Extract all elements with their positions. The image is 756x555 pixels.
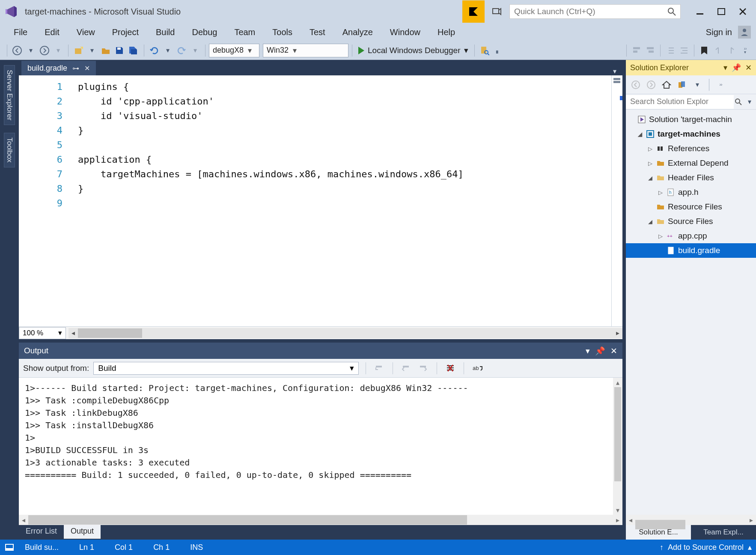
bookmark-button[interactable] bbox=[698, 44, 711, 57]
zoom-combo[interactable]: 100 %▾ bbox=[19, 327, 66, 339]
document-tab-build-gradle[interactable]: build.gradle ⊶ ✕ bbox=[21, 61, 96, 75]
toolbar-overflow-2[interactable]: ››▾ bbox=[739, 44, 752, 57]
menu-test[interactable]: Test bbox=[301, 25, 334, 40]
tree-app-cpp[interactable]: ▷++app.cpp bbox=[626, 229, 756, 243]
code-content[interactable]: plugins { id 'cpp-application' id 'visua… bbox=[70, 75, 611, 326]
goto-message-button[interactable] bbox=[373, 361, 386, 375]
se-home-button[interactable] bbox=[660, 78, 673, 92]
prev-bookmark-button[interactable] bbox=[711, 44, 724, 57]
start-debugging-button[interactable]: Local Windows Debugger ▾ bbox=[356, 45, 471, 55]
output-source-combo[interactable]: Build▾ bbox=[93, 362, 359, 375]
close-icon[interactable]: ✕ bbox=[84, 64, 90, 72]
solution-tree[interactable]: Solution 'target-machin ◢target-machines… bbox=[626, 110, 756, 515]
tree-source-files[interactable]: ◢Source Files bbox=[626, 214, 756, 229]
menu-edit[interactable]: Edit bbox=[36, 25, 68, 40]
toolbox-tab[interactable]: Toolbox bbox=[4, 133, 15, 167]
tab-output[interactable]: Output bbox=[64, 525, 101, 539]
menu-team[interactable]: Team bbox=[226, 25, 264, 40]
scroll-down-icon[interactable]: ▾ bbox=[613, 505, 622, 515]
tree-references[interactable]: ▷References bbox=[626, 141, 756, 156]
status-source-control[interactable]: Add to Source Control bbox=[668, 543, 744, 552]
solution-config-combo[interactable]: debugX8▾ bbox=[209, 44, 259, 57]
menu-project[interactable]: Project bbox=[104, 25, 147, 40]
close-icon[interactable]: ✕ bbox=[745, 63, 752, 72]
sign-in[interactable]: Sign in bbox=[706, 26, 756, 39]
scroll-left-icon[interactable]: ◂ bbox=[68, 328, 78, 338]
menu-build[interactable]: Build bbox=[147, 25, 183, 40]
pin-icon[interactable]: ⊶ bbox=[72, 64, 79, 72]
solution-tree-scrollbar[interactable]: ◂ ▸ bbox=[626, 515, 756, 525]
search-icon[interactable] bbox=[734, 98, 743, 106]
se-sync-button[interactable] bbox=[676, 78, 688, 92]
tree-project-node[interactable]: ◢target-machines bbox=[626, 127, 756, 141]
close-button[interactable] bbox=[737, 6, 748, 17]
tree-external-deps[interactable]: ▷External Depend bbox=[626, 156, 756, 170]
open-file-button[interactable] bbox=[99, 44, 112, 57]
tab-error-list[interactable]: Error List bbox=[19, 525, 64, 539]
save-all-button[interactable] bbox=[127, 44, 140, 57]
editor-horizontal-scrollbar[interactable]: ◂ ▸ bbox=[68, 328, 622, 338]
nav-forward-dropdown[interactable]: ▾ bbox=[52, 44, 65, 57]
editor-vertical-scrollbar[interactable] bbox=[611, 75, 622, 326]
nav-forward-button[interactable] bbox=[38, 44, 51, 57]
close-icon[interactable]: ✕ bbox=[610, 346, 617, 356]
prev-message-button[interactable] bbox=[400, 361, 413, 375]
menu-window[interactable]: Window bbox=[381, 25, 429, 40]
tree-header-files[interactable]: ◢Header Files bbox=[626, 170, 756, 185]
avatar-icon[interactable] bbox=[738, 26, 751, 39]
menu-help[interactable]: Help bbox=[429, 25, 464, 40]
menu-view[interactable]: View bbox=[68, 25, 104, 40]
comment-button[interactable] bbox=[630, 44, 643, 57]
undo-dropdown[interactable]: ▾ bbox=[161, 44, 174, 57]
tree-build-gradle[interactable]: build.gradle bbox=[626, 243, 756, 258]
minimize-button[interactable] bbox=[694, 6, 705, 17]
se-back-button[interactable] bbox=[629, 78, 642, 92]
toolbar-overflow[interactable]: ▖ bbox=[492, 44, 505, 57]
new-project-dropdown[interactable]: ▾ bbox=[86, 44, 98, 57]
scroll-left-icon[interactable]: ◂ bbox=[626, 516, 635, 524]
document-tab-dropdown[interactable]: ▾ bbox=[607, 67, 622, 75]
menu-analyze[interactable]: Analyze bbox=[334, 25, 381, 40]
indent-right-button[interactable] bbox=[678, 44, 691, 57]
clear-output-button[interactable] bbox=[444, 361, 457, 375]
pin-icon[interactable]: 📌 bbox=[732, 63, 741, 72]
scroll-right-icon[interactable]: ▸ bbox=[613, 328, 622, 338]
scroll-up-icon[interactable]: ▴ bbox=[613, 378, 622, 387]
server-explorer-tab[interactable]: Server Explorer bbox=[4, 65, 15, 125]
solution-platform-combo[interactable]: Win32▾ bbox=[263, 44, 348, 57]
save-button[interactable] bbox=[113, 44, 126, 57]
se-overflow[interactable]: ›› bbox=[714, 78, 727, 92]
solution-explorer-header[interactable]: Solution Explorer ▾ 📌 ✕ bbox=[626, 60, 756, 75]
scroll-left-icon[interactable]: ◂ bbox=[19, 516, 28, 524]
output-horizontal-scrollbar[interactable]: ◂ ▸ bbox=[19, 515, 622, 525]
output-panel-header[interactable]: Output ▾ 📌 ✕ bbox=[19, 343, 622, 359]
menu-tools[interactable]: Tools bbox=[264, 25, 301, 40]
nav-back-button[interactable] bbox=[11, 44, 24, 57]
tree-solution-node[interactable]: Solution 'target-machin bbox=[626, 112, 756, 127]
feedback-flag-icon[interactable] bbox=[462, 0, 485, 23]
pin-icon[interactable]: 📌 bbox=[595, 346, 605, 356]
new-project-button[interactable] bbox=[72, 44, 85, 57]
publish-icon[interactable]: ↑ bbox=[660, 543, 664, 552]
next-message-button[interactable] bbox=[417, 361, 430, 375]
search-dropdown[interactable]: ▾ bbox=[743, 95, 756, 109]
tab-team-explorer[interactable]: Team Expl... bbox=[691, 525, 756, 540]
word-wrap-button[interactable]: ab bbox=[471, 361, 485, 375]
maximize-button[interactable] bbox=[716, 6, 727, 17]
quick-launch[interactable] bbox=[509, 4, 681, 19]
quick-launch-input[interactable] bbox=[514, 7, 667, 16]
tree-resource-files[interactable]: Resource Files bbox=[626, 200, 756, 214]
redo-button[interactable] bbox=[175, 44, 188, 57]
panel-dropdown-icon[interactable]: ▾ bbox=[723, 63, 727, 72]
redo-dropdown[interactable]: ▾ bbox=[189, 44, 202, 57]
tree-app-h[interactable]: ▷happ.h bbox=[626, 185, 756, 200]
chevron-down-icon[interactable]: ▾ bbox=[464, 45, 468, 55]
scroll-right-icon[interactable]: ▸ bbox=[613, 516, 622, 524]
find-in-files-button[interactable] bbox=[478, 44, 491, 57]
uncomment-button[interactable] bbox=[644, 44, 657, 57]
solution-explorer-search-input[interactable] bbox=[626, 95, 734, 109]
output-vertical-scrollbar[interactable]: ▴ ▾ bbox=[613, 378, 622, 515]
menu-file[interactable]: File bbox=[5, 25, 36, 40]
se-dropdown[interactable]: ▾ bbox=[691, 78, 704, 92]
chevron-up-icon[interactable]: ▴ bbox=[748, 543, 752, 552]
